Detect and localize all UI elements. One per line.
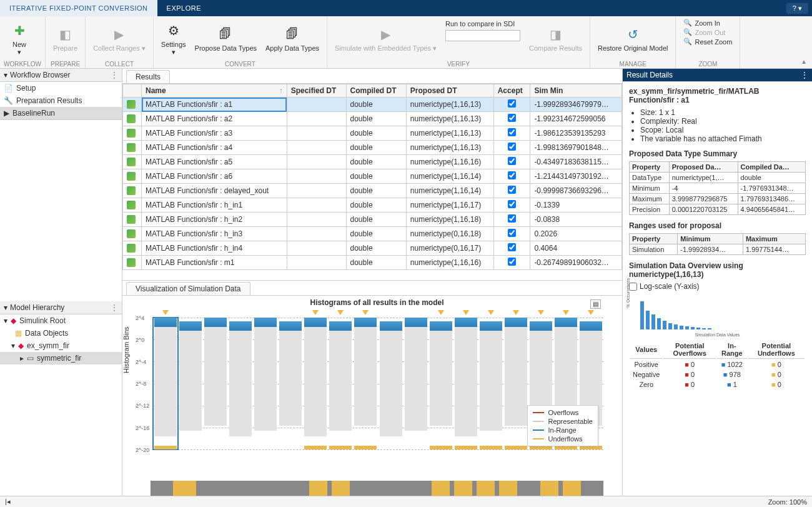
accept-checkbox[interactable] — [508, 186, 516, 194]
table-row[interactable]: MATLAB Function/sfir : delayed_xoutdoubl… — [123, 184, 622, 198]
apply-button[interactable]: 🗐Apply Data Types — [262, 18, 323, 60]
accept-checkbox[interactable] — [508, 99, 516, 108]
main-tabstrip: ITERATIVE FIXED-POINT CONVERSION EXPLORE… — [0, 0, 812, 16]
help-button[interactable]: ? ▾ — [786, 3, 808, 14]
group-collect-label: COLLECT — [89, 60, 149, 68]
viz-legend-toggle-icon[interactable]: ▤ — [590, 299, 601, 309]
prep-icon: 🔧 — [4, 96, 13, 105]
accept-checkbox[interactable] — [508, 243, 516, 251]
run-icon: ▶ — [4, 109, 9, 118]
group-manage-label: MANAGE — [594, 60, 672, 68]
new-button[interactable]: ✚New▾ — [4, 18, 35, 60]
proposed-summary-head: Proposed Data Type Summary — [629, 149, 806, 158]
accept-checkbox[interactable] — [508, 229, 516, 237]
accept-checkbox[interactable] — [508, 143, 516, 151]
model-hierarchy-header[interactable]: ▾Model Hierarchy⋮ — [0, 301, 122, 314]
tab-iterative[interactable]: ITERATIVE FIXED-POINT CONVERSION — [0, 0, 157, 16]
row-icon — [127, 172, 136, 181]
row-icon — [127, 129, 136, 138]
mini-histogram: % Occurrences Simulation Data Values — [629, 293, 806, 337]
tab-viz[interactable]: Visualization of Simulation Data — [126, 282, 250, 295]
workflow-item-preparation[interactable]: 🔧Preparation Results — [0, 94, 122, 107]
table-row[interactable]: MATLAB Function/sfir : h_in4doublenumeri… — [123, 241, 622, 256]
compare-icon: ◨ — [547, 26, 564, 43]
details-header[interactable]: Result Details⋮ — [623, 69, 812, 82]
accept-checkbox[interactable] — [508, 214, 516, 223]
detail-item: The variable has no attached Fimath — [640, 134, 806, 143]
accept-checkbox[interactable] — [508, 171, 516, 179]
group-prepare-label: PREPARE — [49, 60, 81, 68]
table-row[interactable]: MATLAB Function/sfir : a4doublenumericty… — [123, 141, 622, 155]
ribbon: ✚New▾ WORKFLOW ◧Prepare PREPARE ▶Collect… — [0, 16, 812, 69]
table-row[interactable]: MATLAB Function/sfir : a6doublenumericty… — [123, 169, 622, 184]
row-icon — [127, 158, 136, 166]
simulate-button: ▶Simulate with Embedded Types ▾ — [331, 18, 440, 60]
tree-fir[interactable]: ▾ ◆ ex_symm_fir — [0, 339, 122, 352]
visualization-panel: Visualization of Simulation Data Histogr… — [122, 280, 622, 496]
accept-checkbox[interactable] — [508, 258, 516, 266]
propose-icon: 🗐 — [217, 26, 234, 43]
accept-checkbox[interactable] — [508, 114, 516, 122]
run-compare-label: Run to compare in SDI — [445, 20, 515, 28]
accept-checkbox[interactable] — [508, 157, 516, 165]
viz-ylabel: Histogram Bins — [122, 326, 130, 373]
run-compare-select[interactable] — [445, 30, 520, 41]
tree-root[interactable]: ▾ ◆ Simulink Root — [0, 314, 122, 327]
table-row[interactable]: MATLAB Function/sfir : m1doublenumericty… — [123, 256, 622, 270]
tree-symmetric[interactable]: ▸ ▭ symmetric_fir — [0, 352, 122, 364]
model-tree: ▾ ◆ Simulink Root ▦ Data Objects ▾ ◆ ex_… — [0, 314, 122, 496]
table-row[interactable]: MATLAB Function/sfir : a3doublenumericty… — [123, 126, 622, 141]
workflow-item-setup[interactable]: 📄Setup — [0, 82, 122, 94]
col-simmin[interactable]: Sim Min — [530, 84, 622, 98]
table-row[interactable]: MATLAB Function/sfir : h_in2doublenumeri… — [123, 213, 622, 227]
viz-overview-bar[interactable] — [151, 481, 603, 496]
reset-zoom-button[interactable]: 🔍Reset Zoom — [683, 38, 732, 46]
status-back-icon[interactable]: |◂ — [5, 498, 11, 506]
restore-icon: ↺ — [624, 26, 641, 43]
proposed-summary-table: PropertyProposed Da…Compiled Da… DataTyp… — [629, 161, 806, 215]
propose-button[interactable]: 🗐Propose Data Types — [191, 18, 260, 60]
settings-button[interactable]: ⚙Settings▾ — [157, 18, 190, 60]
zoom-out-button[interactable]: 🔍Zoom Out — [683, 28, 732, 36]
results-table[interactable]: Name ↑ Specified DT Compiled DT Proposed… — [122, 84, 622, 280]
detail-item: Size: 1 x 1 — [640, 108, 806, 117]
table-row[interactable]: MATLAB Function/sfir : a1doublenumericty… — [123, 98, 622, 112]
workflow-browser-header[interactable]: ▾Workflow Browser⋮ — [0, 69, 122, 82]
col-acc[interactable]: Accept — [493, 84, 530, 98]
group-convert-label: CONVERT — [157, 60, 323, 68]
restore-button[interactable]: ↺Restore Original Model — [594, 18, 672, 60]
tab-results[interactable]: Results — [126, 70, 170, 83]
values-table: ValuesPotential OverflowsIn-RangePotenti… — [629, 339, 806, 390]
col-prop[interactable]: Proposed DT — [406, 84, 493, 98]
row-icon — [127, 258, 136, 267]
row-icon — [127, 244, 136, 253]
table-row[interactable]: MATLAB Function/sfir : h_in3doublenumeri… — [123, 227, 622, 241]
workflow-item-baseline[interactable]: ▶BaselineRun — [0, 107, 122, 119]
zoom-in-button[interactable]: 🔍Zoom In — [683, 19, 732, 27]
table-row[interactable]: MATLAB Function/sfir : h_in1doublenumeri… — [123, 198, 622, 213]
accept-checkbox[interactable] — [508, 200, 516, 208]
table-row[interactable]: MATLAB Function/sfir : a5doublenumericty… — [123, 155, 622, 169]
accept-checkbox[interactable] — [508, 128, 516, 136]
col-comp[interactable]: Compiled DT — [346, 84, 406, 98]
row-icon — [127, 229, 136, 238]
viz-title: Histograms of all results in the model — [151, 298, 603, 307]
viz-legend: Overflows Representable In-Range Underfl… — [527, 405, 598, 446]
zoom-in-icon: 🔍 — [683, 19, 692, 27]
model-icon: ◆ — [18, 341, 24, 350]
group-workflow-label: WORKFLOW — [4, 60, 41, 68]
subsys-icon: ▭ — [27, 354, 34, 363]
play-icon: ▶ — [377, 26, 395, 43]
details-path: ex_symm_fir/symmetric_fir/MATLAB Functio… — [629, 87, 760, 104]
table-row[interactable]: MATLAB Function/sfir : a2doublenumericty… — [123, 112, 622, 126]
status-bar: |◂ Zoom: 100% — [0, 496, 812, 507]
tree-dataobj[interactable]: ▦ Data Objects — [0, 327, 122, 339]
collapse-ribbon-icon[interactable]: ▴ — [802, 57, 806, 66]
tab-explore[interactable]: EXPLORE — [157, 0, 210, 16]
workflow-list: 📄Setup 🔧Preparation Results ▶BaselineRun — [0, 82, 122, 120]
col-name[interactable]: Name ↑ — [142, 84, 287, 98]
row-icon — [127, 143, 136, 152]
gear-icon: ⚙ — [165, 22, 182, 39]
col-spec[interactable]: Specified DT — [287, 84, 346, 98]
logscale-checkbox[interactable] — [629, 283, 637, 291]
